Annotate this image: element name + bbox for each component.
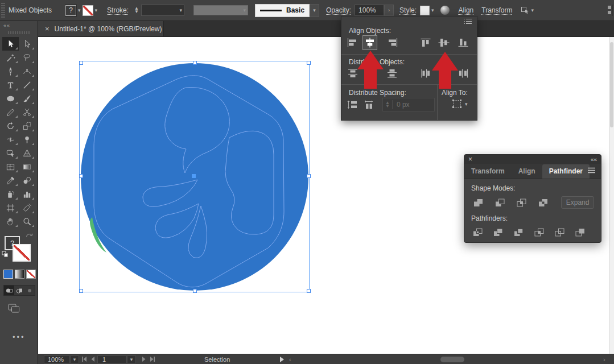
last-artboard-icon[interactable] xyxy=(150,356,155,363)
status-play-icon[interactable] xyxy=(279,354,285,364)
tab-pathfinder[interactable]: Pathfinder xyxy=(542,164,590,179)
align-link[interactable]: Align xyxy=(459,6,474,14)
selection-handle[interactable] xyxy=(79,174,83,178)
gradient-button[interactable] xyxy=(15,270,24,279)
puppet-warp-tool[interactable] xyxy=(19,133,35,146)
screen-mode-icon[interactable] xyxy=(8,303,20,315)
stroke-width-stepper[interactable]: ▲▼ xyxy=(134,7,139,14)
stroke-style-preview[interactable]: Basic xyxy=(255,4,310,17)
scroll-right-icon[interactable]: › xyxy=(603,354,605,364)
perspective-grid-tool[interactable] xyxy=(19,146,35,160)
horizontal-align-center-button[interactable] xyxy=(362,35,377,50)
default-fill-stroke-icon[interactable] xyxy=(2,251,9,259)
selection-handle[interactable] xyxy=(193,61,197,65)
shape-builder-tool[interactable] xyxy=(2,146,19,160)
opacity-input[interactable]: 100% xyxy=(355,5,384,16)
previous-artboard-icon[interactable] xyxy=(90,356,95,363)
paintbrush-tool[interactable] xyxy=(19,92,35,105)
tab-transform[interactable]: Transform xyxy=(464,164,512,179)
panel-dock-icon[interactable] xyxy=(607,5,613,16)
close-panel-icon[interactable]: × xyxy=(468,155,472,163)
horizontal-scrollbar-thumb[interactable] xyxy=(440,357,464,362)
status-indicator[interactable]: Selection xyxy=(204,354,230,364)
none-button[interactable] xyxy=(26,270,36,279)
recolor-artwork-icon[interactable] xyxy=(440,6,450,15)
selection-handle[interactable] xyxy=(79,61,83,65)
outline-button[interactable] xyxy=(553,226,566,238)
close-tab-icon[interactable]: × xyxy=(45,24,50,33)
chevron-down-icon[interactable]: ▾ xyxy=(531,7,534,13)
zoom-level-field[interactable]: 100% xyxy=(44,355,70,363)
width-tool[interactable] xyxy=(2,133,19,146)
ellipse-tool[interactable] xyxy=(2,92,19,105)
selection-handle[interactable] xyxy=(79,289,83,293)
vertical-distribute-bottom-button[interactable] xyxy=(385,66,399,81)
collapse-panel-icon[interactable]: «« xyxy=(3,23,10,28)
hand-tool[interactable] xyxy=(2,214,19,228)
chevron-down-icon[interactable]: ▾ xyxy=(431,7,434,13)
draw-normal-icon[interactable] xyxy=(4,286,14,295)
selection-handle[interactable] xyxy=(307,61,311,65)
scissors-tool[interactable] xyxy=(19,105,35,119)
rotate-tool[interactable] xyxy=(2,119,19,133)
color-button[interactable] xyxy=(3,270,13,279)
line-segment-tool[interactable] xyxy=(19,78,35,92)
crop-button[interactable] xyxy=(533,226,546,238)
selection-handle[interactable] xyxy=(193,289,197,293)
magic-wand-tool[interactable] xyxy=(2,51,19,64)
panel-menu-icon[interactable] xyxy=(587,167,596,175)
curvature-tool[interactable] xyxy=(19,64,35,78)
slice-tool[interactable] xyxy=(19,201,35,214)
vertical-align-bottom-button[interactable] xyxy=(456,35,471,50)
trim-button[interactable] xyxy=(492,226,505,238)
vertical-align-top-button[interactable] xyxy=(418,35,433,50)
vertical-align-center-button[interactable] xyxy=(436,35,451,50)
minus-front-button[interactable] xyxy=(493,197,507,208)
collapse-panel-icon[interactable]: «« xyxy=(591,156,597,163)
horizontal-distribute-left-button[interactable] xyxy=(418,66,433,81)
horizontal-distribute-space-button[interactable] xyxy=(362,97,377,112)
type-tool[interactable] xyxy=(2,78,19,92)
stroke-link[interactable]: Stroke: xyxy=(107,6,129,14)
divide-button[interactable] xyxy=(471,226,484,238)
symbol-sprayer-tool[interactable] xyxy=(2,187,19,201)
shaper-tool[interactable] xyxy=(2,105,19,119)
vertical-distribute-space-button[interactable] xyxy=(345,97,360,112)
horizontal-align-left-button[interactable] xyxy=(345,35,360,50)
chevron-down-icon[interactable]: ▾ xyxy=(95,7,98,13)
column-graph-tool[interactable] xyxy=(19,187,35,201)
chevron-down-icon[interactable]: ▾ xyxy=(78,7,81,13)
spacing-value-field[interactable]: ▲▼ 0 px xyxy=(382,98,435,111)
opacity-link[interactable]: Opacity: xyxy=(326,6,351,14)
next-artboard-icon[interactable] xyxy=(142,356,146,363)
first-artboard-icon[interactable] xyxy=(81,356,87,363)
lasso-tool[interactable] xyxy=(19,51,35,64)
stroke-indicator[interactable] xyxy=(13,244,31,262)
opacity-expand-button[interactable]: › xyxy=(384,5,394,16)
swap-fill-stroke-icon[interactable] xyxy=(26,231,33,239)
artboard-number-field[interactable]: 1 xyxy=(97,355,127,363)
document-tab[interactable]: × Untitled-1* @ 100% (RGB/Preview) xyxy=(38,21,164,36)
artboard-tool[interactable] xyxy=(2,201,19,214)
zoom-tool[interactable] xyxy=(19,214,35,228)
zoom-dropdown-icon[interactable]: ▾ xyxy=(70,355,79,363)
scale-tool[interactable] xyxy=(19,119,35,133)
tab-align[interactable]: Align xyxy=(512,164,542,179)
vertical-scrollbar-thumb[interactable] xyxy=(610,42,613,127)
intersect-button[interactable] xyxy=(514,197,529,208)
scroll-left-icon[interactable]: ‹ xyxy=(289,354,291,364)
eyedropper-tool[interactable] xyxy=(2,173,19,187)
expand-button[interactable]: Expand xyxy=(561,196,594,209)
align-to-button[interactable]: ▾ xyxy=(451,98,469,109)
select-similar-icon[interactable] xyxy=(521,6,530,15)
minus-back-button[interactable] xyxy=(574,226,587,238)
horizontal-align-right-button[interactable] xyxy=(385,35,399,50)
merge-button[interactable] xyxy=(512,226,525,238)
unite-button[interactable] xyxy=(471,197,485,208)
style-swatch[interactable] xyxy=(420,6,430,15)
selection-handle[interactable] xyxy=(307,289,311,293)
transform-link[interactable]: Transform xyxy=(481,6,512,14)
stroke-style-dropdown[interactable]: ▾ xyxy=(310,4,319,17)
pen-tool[interactable] xyxy=(2,64,19,78)
style-link[interactable]: Style: xyxy=(399,6,417,14)
